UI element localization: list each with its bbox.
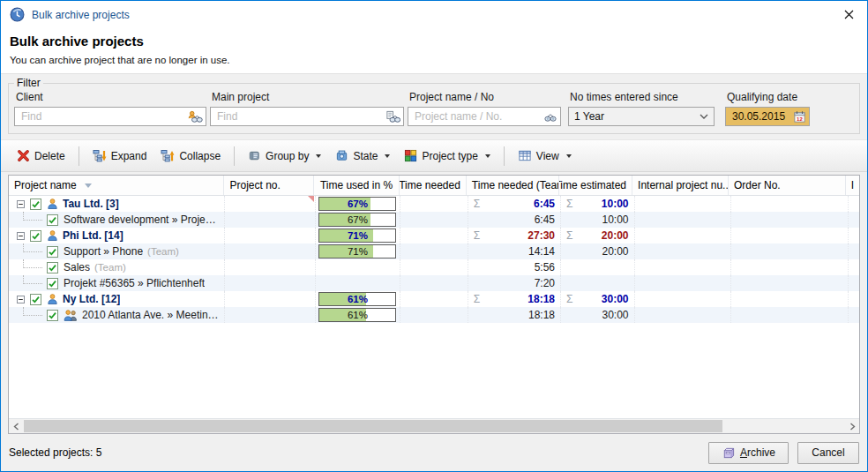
client-search-icon[interactable] [188, 110, 203, 124]
row-checkbox[interactable] [47, 246, 58, 258]
grid-cell: Σ20:00 [561, 228, 635, 243]
column-header[interactable]: Time used in % [314, 176, 399, 195]
table-row[interactable]: 2010 Atlanta Ave. » Meeting wi...61%18:1… [9, 307, 859, 323]
grid-cell [400, 243, 468, 259]
project-name: Support » Phone [64, 245, 143, 258]
grid-cell: Σ10:00 [561, 196, 635, 212]
project-name-search-icon[interactable] [543, 111, 557, 123]
expand-tree-icon [93, 149, 107, 163]
expand-button[interactable]: Expand [86, 145, 154, 168]
grid-cell: Σ18:18 [468, 291, 561, 307]
grid-cell [849, 196, 859, 212]
grid-cell [561, 259, 635, 275]
horizontal-scrollbar[interactable] [9, 418, 859, 433]
qualifying-date-input[interactable] [730, 109, 793, 124]
table-row[interactable]: Support » Phone(Team)71%14:1420:00 [9, 243, 859, 259]
time-needed-team-value: 6:45 [535, 214, 555, 226]
time-used-value: 61% [319, 309, 395, 321]
project-type-button[interactable]: Project type [397, 145, 497, 167]
state-button[interactable]: State [328, 145, 397, 167]
grid-cell: Software development » Project m... [9, 212, 225, 228]
row-checkbox[interactable] [47, 310, 58, 321]
grid-cell: Σ6:45 [468, 196, 561, 212]
qualifying-date-field[interactable]: 12 [725, 107, 810, 126]
grid-cell [400, 291, 468, 307]
column-header[interactable]: Time needed (Team) [467, 176, 559, 195]
note-marker-icon [308, 196, 314, 202]
grid-cell [400, 275, 468, 291]
view-button[interactable]: View [511, 145, 579, 167]
grid-cell [635, 228, 731, 243]
time-needed-team-value: 6:45 [534, 198, 555, 210]
calendar-icon[interactable]: 12 [793, 110, 806, 124]
sum-sigma-icon: Σ [566, 293, 572, 305]
row-checkbox[interactable] [30, 230, 41, 242]
column-header[interactable]: Order No. [729, 176, 846, 195]
filter-qualifying-date: Qualifying date 12 [725, 90, 810, 126]
time-used-progress-bar: 61% [318, 308, 396, 322]
group-by-icon [248, 149, 261, 162]
column-header[interactable]: Time needed [400, 176, 467, 195]
row-checkbox[interactable] [47, 214, 58, 226]
tree-collapse-expander-icon[interactable] [17, 200, 25, 208]
sum-sigma-icon: Σ [474, 293, 480, 305]
table-row[interactable]: Tau Ltd. [3]67%Σ6:45Σ10:00 [9, 196, 859, 212]
time-used-value: 71% [319, 245, 395, 258]
column-header-label: Time estimated [559, 179, 626, 191]
chevron-down-icon [700, 114, 708, 119]
column-header[interactable]: I [846, 176, 859, 195]
scrollbar-track[interactable] [23, 419, 845, 433]
scroll-left-icon[interactable] [9, 419, 23, 433]
time-needed-team-value: 18:18 [528, 293, 555, 305]
time-estimated-value: 10:00 [602, 198, 629, 210]
close-icon [844, 10, 854, 19]
tree-collapse-expander-icon[interactable] [17, 232, 25, 240]
cancel-button[interactable]: Cancel [797, 442, 859, 464]
collapse-button[interactable]: Collapse [153, 145, 228, 168]
column-header[interactable]: Internal project nu... [632, 176, 729, 195]
toolbar-separator [504, 146, 505, 166]
grid-cell: Phi Ltd. [14] [9, 228, 225, 243]
table-row[interactable]: Phi Ltd. [14]71%Σ27:30Σ20:00 [9, 228, 859, 243]
sum-sigma-icon: Σ [474, 229, 480, 242]
tree-line [23, 275, 42, 284]
project-name-input[interactable] [413, 109, 543, 124]
grid-cell: 18:18 [468, 307, 561, 323]
sort-desc-icon [85, 184, 92, 188]
row-checkbox[interactable] [47, 262, 58, 273]
close-button[interactable] [835, 4, 862, 26]
table-row[interactable]: Software development » Project m...67%6:… [9, 212, 859, 228]
grid-cell [400, 259, 468, 275]
row-checkbox[interactable] [47, 278, 58, 289]
grid-cell: 71% [316, 228, 400, 243]
scrollbar-thumb[interactable] [24, 420, 722, 432]
grid-cell: Ny Ltd. [12] [9, 291, 225, 307]
column-header[interactable]: Time estimated [559, 176, 632, 195]
row-checkbox[interactable] [30, 199, 41, 210]
main-project-search-icon[interactable] [385, 110, 400, 124]
titlebar: Bulk archive projects [1, 1, 867, 28]
column-header-label: Internal project nu... [638, 179, 729, 191]
time-used-progress-bar: 67% [318, 213, 396, 227]
grid-cell: 61% [316, 291, 400, 307]
table-row[interactable]: Sales(Team)5:56 [9, 259, 859, 275]
time-estimated-value: 30:00 [602, 293, 629, 305]
grid-cell [635, 307, 731, 323]
grid-cell: 71% [316, 243, 400, 259]
scroll-right-icon[interactable] [845, 419, 859, 433]
archive-button[interactable]: Archive [708, 442, 789, 464]
bulk-archive-dialog: Bulk archive projects Bulk archive proje… [0, 0, 868, 472]
column-header[interactable]: Project no. [224, 176, 314, 195]
main-project-input[interactable] [215, 109, 385, 124]
window-title: Bulk archive projects [32, 9, 130, 21]
column-header[interactable]: Project name [9, 176, 224, 195]
delete-button[interactable]: Delete [10, 145, 72, 167]
row-checkbox[interactable] [30, 294, 41, 305]
group-by-button[interactable]: Group by [241, 145, 328, 167]
tree-collapse-expander-icon[interactable] [17, 296, 25, 303]
client-input[interactable] [19, 109, 188, 124]
table-row[interactable]: Ny Ltd. [12]61%Σ18:18Σ30:00 [9, 291, 859, 307]
table-row[interactable]: Projekt #56365 » Pflichtenheft7:20 [9, 275, 859, 291]
no-times-select[interactable]: 1 Year [568, 107, 715, 126]
dropdown-arrow-icon [385, 154, 390, 158]
